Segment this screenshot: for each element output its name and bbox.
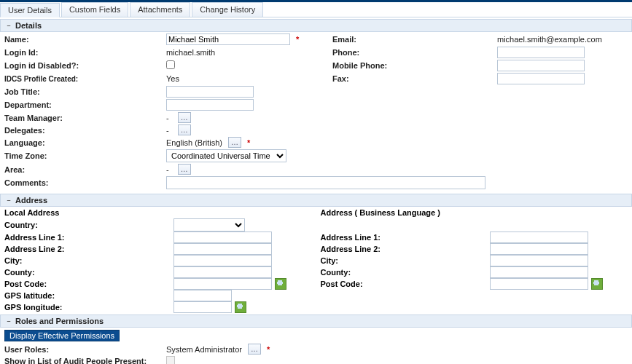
business-address-header: Address ( Business Language )	[316, 207, 633, 218]
label-addr1-b: Address Line 1:	[321, 233, 490, 242]
label-county-b: County:	[321, 268, 490, 277]
tab-change-history[interactable]: Change History	[192, 2, 263, 17]
value-user-roles: System Administrator	[166, 345, 242, 354]
language-picker[interactable]: …	[228, 137, 241, 148]
required-marker: *	[296, 35, 299, 44]
department-input[interactable]	[166, 99, 254, 111]
job-title-input[interactable]	[166, 86, 254, 98]
label-addr1: Address Line 1:	[4, 233, 173, 242]
section-title: Address	[15, 196, 47, 205]
fax-input[interactable]	[497, 73, 585, 84]
phone-input[interactable]	[497, 47, 585, 58]
label-team-manager: Team Manager:	[4, 113, 166, 123]
local-postcode-input[interactable]	[173, 278, 272, 290]
map-icon[interactable]	[591, 278, 603, 290]
label-phone: Phone:	[332, 47, 497, 58]
label-postcode: Post Code:	[4, 280, 173, 288]
time-zone-select[interactable]: Coordinated Universal Time (UTC)	[166, 149, 286, 162]
tab-label: Attachments	[138, 5, 182, 14]
label-login-id: Login Id:	[4, 47, 166, 58]
label-job-title: Job Title:	[4, 87, 166, 97]
mobile-input[interactable]	[497, 60, 585, 71]
section-address-header[interactable]: – Address	[0, 194, 632, 207]
biz-addr2-input[interactable]	[490, 243, 588, 255]
required-marker: *	[267, 345, 270, 354]
collapse-icon: –	[5, 197, 12, 204]
value-idcs: Yes	[166, 74, 332, 84]
label-name: Name:	[4, 34, 166, 44]
login-disabled-checkbox[interactable]	[166, 60, 175, 69]
label-city-b: City:	[321, 256, 490, 265]
map-icon[interactable]	[235, 301, 246, 313]
audit-present-checkbox	[166, 356, 175, 364]
value-language: English (British)	[166, 138, 222, 147]
biz-postcode-input[interactable]	[490, 278, 588, 290]
required-marker: *	[247, 138, 250, 147]
team-manager-picker[interactable]: …	[178, 112, 191, 123]
label-gps-lat: GPS latitude:	[4, 291, 173, 300]
biz-addr1-input[interactable]	[490, 232, 588, 243]
section-title: Details	[15, 21, 42, 30]
local-city-input[interactable]	[173, 255, 272, 266]
label-delegates: Delegates:	[4, 125, 166, 135]
gps-lon-input[interactable]	[173, 301, 232, 313]
label-login-disabled: Login id Disabled?:	[4, 60, 166, 71]
label-idcs: IDCS Profile Created:	[4, 74, 166, 84]
label-fax: Fax:	[332, 74, 497, 84]
label-user-roles: User Roles:	[4, 344, 166, 355]
value-email: michael.smith@example.com	[497, 34, 628, 44]
label-language: Language:	[4, 138, 166, 148]
biz-county-input[interactable]	[490, 266, 588, 278]
label-area: Area:	[4, 165, 166, 175]
map-icon[interactable]	[275, 278, 286, 290]
name-input[interactable]	[166, 33, 290, 45]
label-postcode-b: Post Code:	[321, 280, 490, 288]
collapse-icon: –	[5, 22, 12, 29]
tab-label: Change History	[200, 5, 255, 14]
section-details-header[interactable]: – Details	[0, 19, 632, 32]
section-title: Roles and Permissions	[15, 317, 104, 325]
biz-city-input[interactable]	[490, 255, 588, 266]
tab-label: Custom Fields	[69, 5, 120, 14]
tab-user-details[interactable]: User Details	[0, 3, 60, 17]
tab-label: User Details	[8, 6, 52, 15]
label-county: County:	[4, 268, 173, 277]
label-country: Country:	[4, 221, 173, 229]
comments-textarea[interactable]	[166, 176, 485, 189]
tabs: User Details Custom Fields Attachments C…	[0, 2, 632, 17]
section-roles-header[interactable]: – Roles and Permissions	[0, 314, 632, 328]
label-city: City:	[4, 256, 173, 265]
delegates-picker[interactable]: …	[178, 124, 191, 135]
label-comments: Comments:	[4, 178, 166, 188]
label-email: Email:	[332, 34, 497, 44]
area-picker[interactable]: …	[178, 164, 191, 175]
empty-dash: -	[166, 165, 169, 174]
gps-lat-input[interactable]	[173, 290, 232, 301]
local-addr2-input[interactable]	[173, 243, 272, 255]
country-select[interactable]	[173, 218, 245, 232]
user-roles-picker[interactable]: …	[248, 344, 261, 355]
label-addr2: Address Line 2:	[4, 245, 173, 253]
label-time-zone: Time Zone:	[4, 151, 166, 161]
label-addr2-b: Address Line 2:	[321, 245, 490, 253]
label-audit-present: Show in List of Audit People Present:	[4, 356, 166, 364]
label-gps-lon: GPS longitude:	[4, 303, 173, 312]
local-addr1-input[interactable]	[173, 232, 272, 243]
tab-custom-fields[interactable]: Custom Fields	[61, 2, 128, 17]
collapse-icon: –	[5, 317, 12, 325]
value-login-id: michael.smith	[166, 47, 332, 58]
local-address-header: Local Address	[0, 207, 316, 218]
empty-dash: -	[166, 114, 169, 122]
display-effective-permissions-button[interactable]: Display Effective Permissions	[4, 330, 120, 341]
empty-dash: -	[166, 126, 169, 135]
tab-attachments[interactable]: Attachments	[130, 2, 190, 17]
label-department: Department:	[4, 100, 166, 110]
local-county-input[interactable]	[173, 266, 272, 278]
label-mobile: Mobile Phone:	[332, 60, 497, 71]
